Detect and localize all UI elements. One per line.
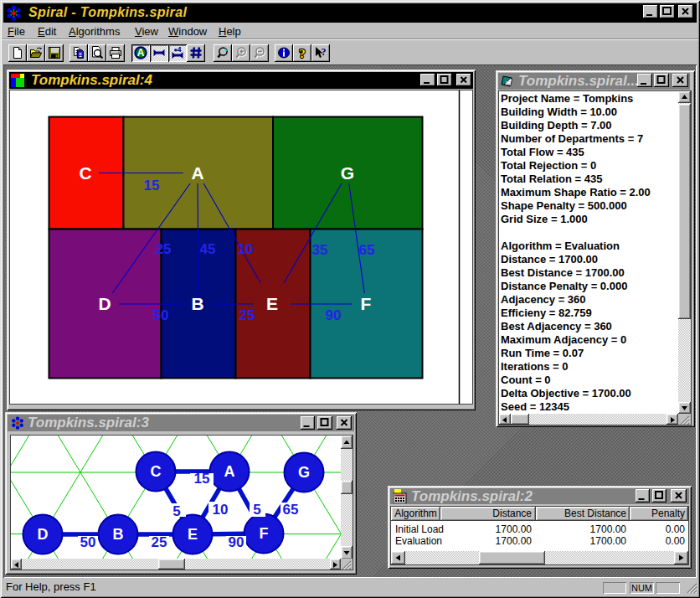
svg-text:5: 5 [253,502,260,518]
svg-text:65: 65 [359,242,375,258]
svg-text:10: 10 [238,241,254,257]
svg-text:15: 15 [144,178,160,193]
svg-text:F: F [260,525,269,542]
svg-text:?: ? [322,46,327,58]
svg-text:G: G [298,464,310,481]
svg-text:B: B [113,526,124,543]
svg-text:90: 90 [326,307,342,323]
svg-text:?: ? [299,47,306,60]
svg-text:35: 35 [312,242,328,258]
svg-text:E: E [266,294,278,313]
svg-text:D: D [98,294,111,313]
svg-text:G: G [341,163,354,183]
svg-text:5: 5 [172,503,180,519]
svg-text:15: 15 [194,471,210,487]
svg-text:50: 50 [153,307,169,323]
svg-text:4: 4 [177,46,181,54]
svg-text:A: A [191,163,203,183]
svg-text:25: 25 [239,307,255,323]
svg-text:25: 25 [152,534,167,550]
svg-text:E: E [188,526,198,543]
svg-text:25: 25 [156,241,172,257]
svg-text:F: F [361,294,372,313]
svg-text:B: B [191,294,203,313]
svg-text:A: A [224,463,235,480]
svg-text:C: C [79,163,91,183]
svg-text:D: D [38,526,49,543]
svg-text:50: 50 [80,534,96,550]
svg-text:A: A [137,47,145,59]
svg-text:90: 90 [229,534,244,550]
svg-text:C: C [151,463,162,480]
svg-text:65: 65 [283,502,299,518]
svg-text:10: 10 [213,502,229,518]
svg-text:45: 45 [200,241,216,257]
